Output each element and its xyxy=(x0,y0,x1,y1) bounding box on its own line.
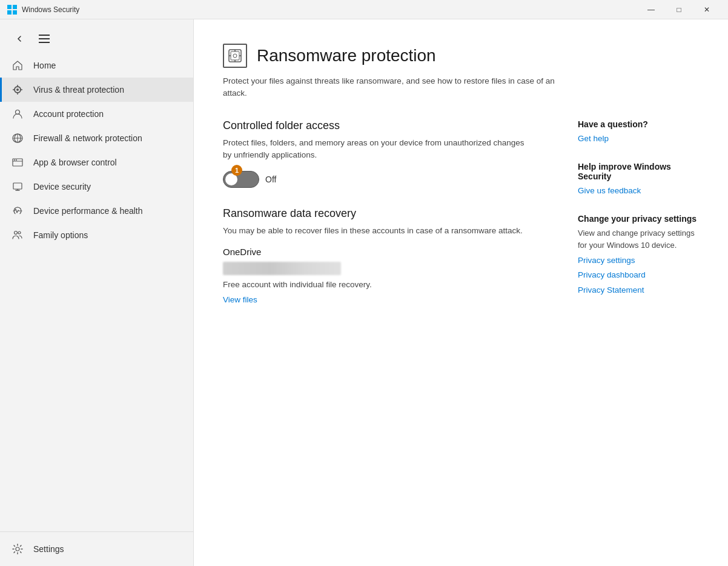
svg-rect-2 xyxy=(7,10,12,15)
sidebar-item-family[interactable]: Family options xyxy=(0,223,193,247)
sidebar-label-virus: Virus & threat protection xyxy=(33,85,124,95)
sidebar-nav: Home Virus & threat protection xyxy=(0,53,193,531)
sidebar-label-device-security: Device security xyxy=(33,182,91,191)
view-files-link[interactable]: View files xyxy=(223,295,257,304)
toggle-container: 1 Off xyxy=(223,171,554,188)
family-icon xyxy=(12,229,24,241)
device-health-icon xyxy=(12,205,24,217)
page-title: Ransomware protection xyxy=(257,46,436,65)
sidebar: Home Virus & threat protection xyxy=(0,19,194,566)
section2-title: Ransomware data recovery xyxy=(223,207,554,220)
toggle-badge: 1 xyxy=(231,165,242,176)
section1-title: Controlled folder access xyxy=(223,119,554,132)
aside-improve-section: Help improve Windows Security Give us fe… xyxy=(578,162,699,197)
titlebar-controls: — □ ✕ xyxy=(637,0,721,19)
get-help-link[interactable]: Get help xyxy=(578,133,699,145)
svg-point-24 xyxy=(15,231,18,235)
titlebar-app-icon xyxy=(7,5,17,15)
sidebar-item-home[interactable]: Home xyxy=(0,53,193,78)
back-button[interactable] xyxy=(10,29,29,48)
sidebar-label-device-health: Device performance & health xyxy=(33,206,143,216)
minimize-button[interactable]: — xyxy=(637,0,665,19)
app-window: Home Virus & threat protection xyxy=(0,19,728,566)
sidebar-label-home: Home xyxy=(33,61,56,70)
virus-icon xyxy=(12,84,24,96)
sidebar-item-firewall[interactable]: Firewall & network protection xyxy=(0,126,193,150)
sidebar-item-virus[interactable]: Virus & threat protection xyxy=(0,78,193,102)
close-button[interactable]: ✕ xyxy=(693,0,721,19)
main-content: Ransomware protection Protect your files… xyxy=(194,19,728,566)
privacy-settings-link[interactable]: Privacy settings xyxy=(578,255,699,267)
svg-rect-21 xyxy=(13,183,22,189)
onedrive-title: OneDrive xyxy=(223,247,554,257)
svg-rect-0 xyxy=(7,5,12,9)
aside-privacy-section: Change your privacy settings View and ch… xyxy=(578,214,699,296)
browser-icon xyxy=(12,156,24,168)
svg-point-20 xyxy=(16,159,17,161)
sidebar-item-account[interactable]: Account protection xyxy=(0,102,193,126)
titlebar-title: Windows Security xyxy=(22,5,637,14)
content-aside: Have a question? Get help Help improve W… xyxy=(578,119,699,318)
titlebar: Windows Security — □ ✕ xyxy=(0,0,728,19)
section1-desc: Protect files, folders, and memory areas… xyxy=(223,137,526,162)
account-icon xyxy=(12,108,24,120)
svg-point-7 xyxy=(16,88,19,91)
onedrive-desc: Free account with individual file recove… xyxy=(223,280,554,289)
sidebar-label-browser: App & browser control xyxy=(33,158,117,167)
firewall-icon xyxy=(12,132,24,144)
home-icon xyxy=(12,59,24,72)
svg-rect-28 xyxy=(231,52,239,60)
svg-point-26 xyxy=(16,547,19,551)
svg-rect-1 xyxy=(13,5,17,9)
aside-improve-heading: Help improve Windows Security xyxy=(578,162,699,181)
sidebar-label-settings: Settings xyxy=(33,544,64,554)
give-feedback-link[interactable]: Give us feedback xyxy=(578,185,699,197)
sidebar-top xyxy=(0,24,193,53)
aside-question-section: Have a question? Get help xyxy=(578,119,699,145)
svg-rect-5 xyxy=(39,38,50,39)
aside-question-heading: Have a question? xyxy=(578,119,699,129)
onedrive-image xyxy=(223,262,341,275)
page-header: Ransomware protection xyxy=(223,44,699,68)
page-subtitle: Protect your files against threats like … xyxy=(223,75,574,100)
sidebar-item-browser[interactable]: App & browser control xyxy=(0,150,193,175)
sidebar-item-settings[interactable]: Settings xyxy=(0,537,193,561)
sidebar-bottom: Settings xyxy=(0,531,193,566)
sidebar-label-family: Family options xyxy=(33,230,88,240)
section2-desc: You may be able to recover files in thes… xyxy=(223,225,526,237)
toggle-label: Off xyxy=(265,175,276,184)
svg-rect-4 xyxy=(39,35,50,36)
device-security-icon xyxy=(12,181,24,193)
aside-privacy-heading: Change your privacy settings xyxy=(578,214,699,224)
content-layout: Controlled folder access Protect files, … xyxy=(223,119,699,318)
sidebar-label-account: Account protection xyxy=(33,109,104,119)
svg-point-25 xyxy=(18,231,21,234)
privacy-dashboard-link[interactable]: Privacy dashboard xyxy=(578,269,699,281)
svg-point-29 xyxy=(233,54,237,58)
content-main-area: Controlled folder access Protect files, … xyxy=(223,119,554,318)
aside-privacy-text: View and change privacy settings for you… xyxy=(578,227,699,251)
hamburger-icon[interactable] xyxy=(36,32,52,45)
onedrive-section: OneDrive Free account with individual fi… xyxy=(223,247,554,305)
settings-icon xyxy=(12,543,24,555)
maximize-button[interactable]: □ xyxy=(665,0,693,19)
privacy-statement-link[interactable]: Privacy Statement xyxy=(578,284,699,296)
svg-point-19 xyxy=(14,159,15,161)
page-header-icon xyxy=(223,44,247,68)
sidebar-item-device-security[interactable]: Device security xyxy=(0,175,193,199)
svg-rect-6 xyxy=(39,42,50,43)
sidebar-item-device-health[interactable]: Device performance & health xyxy=(0,199,193,223)
sidebar-label-firewall: Firewall & network protection xyxy=(33,133,142,143)
svg-rect-3 xyxy=(13,10,17,15)
